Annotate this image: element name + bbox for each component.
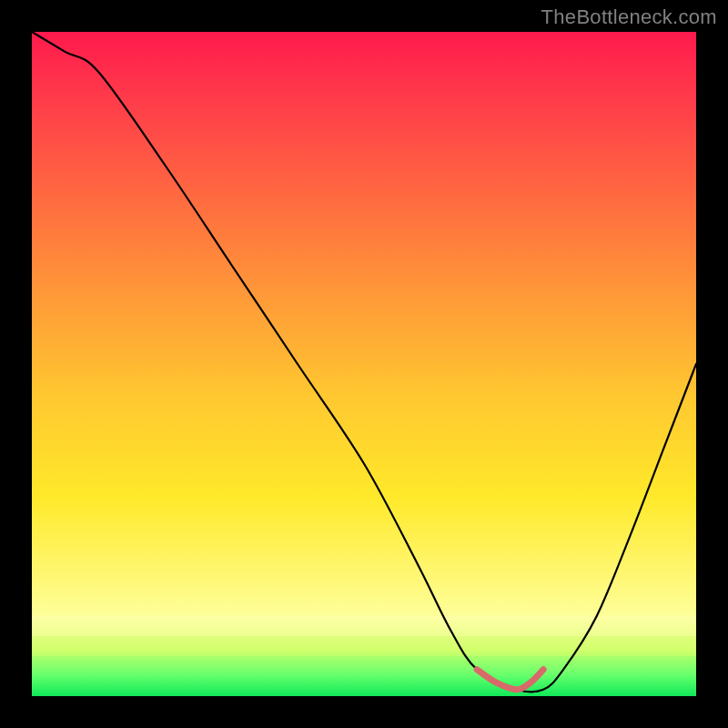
bottleneck-curve-path [32, 32, 696, 692]
curve-layer [32, 32, 696, 696]
watermark-text: TheBottleneck.com [541, 5, 717, 29]
chart-frame: TheBottleneck.com [0, 0, 728, 728]
optimal-range-marker-path [477, 670, 543, 690]
